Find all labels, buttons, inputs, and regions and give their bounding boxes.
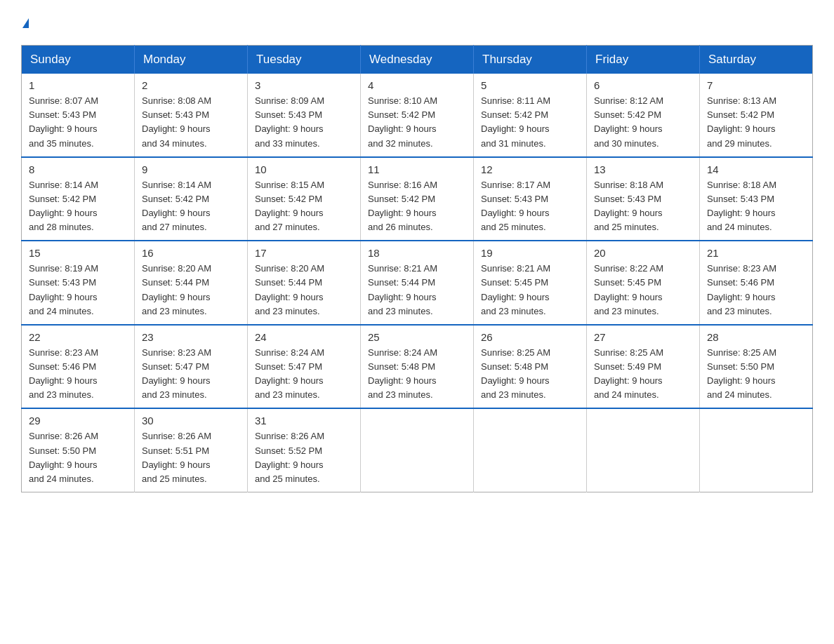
calendar-cell: 27 Sunrise: 8:25 AMSunset: 5:49 PMDaylig… — [587, 325, 700, 409]
calendar-cell — [587, 408, 700, 492]
calendar-cell: 30 Sunrise: 8:26 AMSunset: 5:51 PMDaylig… — [135, 408, 248, 492]
calendar-cell: 13 Sunrise: 8:18 AMSunset: 5:43 PMDaylig… — [587, 157, 700, 241]
day-info: Sunrise: 8:17 AMSunset: 5:43 PMDaylight:… — [481, 178, 579, 235]
calendar-cell: 15 Sunrise: 8:19 AMSunset: 5:43 PMDaylig… — [22, 241, 135, 325]
calendar-cell: 3 Sunrise: 8:09 AMSunset: 5:43 PMDayligh… — [248, 74, 361, 157]
day-info: Sunrise: 8:20 AMSunset: 5:44 PMDaylight:… — [142, 262, 240, 318]
day-info: Sunrise: 8:23 AMSunset: 5:46 PMDaylight:… — [29, 346, 127, 403]
calendar-cell: 26 Sunrise: 8:25 AMSunset: 5:48 PMDaylig… — [474, 325, 587, 409]
day-info: Sunrise: 8:10 AMSunset: 5:42 PMDaylight:… — [368, 94, 466, 151]
calendar-header-row: SundayMondayTuesdayWednesdayThursdayFrid… — [22, 46, 813, 74]
calendar-cell: 20 Sunrise: 8:22 AMSunset: 5:45 PMDaylig… — [587, 241, 700, 325]
day-number: 9 — [142, 163, 240, 175]
calendar-cell: 10 Sunrise: 8:15 AMSunset: 5:42 PMDaylig… — [248, 157, 361, 241]
day-info: Sunrise: 8:21 AMSunset: 5:45 PMDaylight:… — [481, 262, 579, 318]
day-number: 17 — [255, 247, 353, 259]
day-number: 25 — [368, 331, 466, 343]
calendar-header-thursday: Thursday — [474, 46, 587, 74]
calendar-cell: 7 Sunrise: 8:13 AMSunset: 5:42 PMDayligh… — [700, 74, 813, 157]
calendar-header-tuesday: Tuesday — [248, 46, 361, 74]
calendar-cell: 28 Sunrise: 8:25 AMSunset: 5:50 PMDaylig… — [700, 325, 813, 409]
day-info: Sunrise: 8:24 AMSunset: 5:48 PMDaylight:… — [368, 346, 466, 403]
calendar-week-row: 8 Sunrise: 8:14 AMSunset: 5:42 PMDayligh… — [22, 157, 813, 241]
calendar-cell: 9 Sunrise: 8:14 AMSunset: 5:42 PMDayligh… — [135, 157, 248, 241]
calendar-cell: 17 Sunrise: 8:20 AMSunset: 5:44 PMDaylig… — [248, 241, 361, 325]
calendar-cell: 4 Sunrise: 8:10 AMSunset: 5:42 PMDayligh… — [361, 74, 474, 157]
day-number: 5 — [481, 79, 579, 91]
calendar-header-sunday: Sunday — [22, 46, 135, 74]
calendar-week-row: 29 Sunrise: 8:26 AMSunset: 5:50 PMDaylig… — [22, 408, 813, 492]
day-number: 31 — [255, 415, 353, 427]
calendar-cell: 5 Sunrise: 8:11 AMSunset: 5:42 PMDayligh… — [474, 74, 587, 157]
day-number: 19 — [481, 247, 579, 259]
calendar-cell: 31 Sunrise: 8:26 AMSunset: 5:52 PMDaylig… — [248, 408, 361, 492]
day-number: 2 — [142, 79, 240, 91]
calendar-header-monday: Monday — [135, 46, 248, 74]
day-info: Sunrise: 8:26 AMSunset: 5:52 PMDaylight:… — [255, 429, 353, 486]
day-number: 20 — [594, 247, 692, 259]
calendar-cell — [700, 408, 813, 492]
page-header — [21, 14, 813, 31]
day-info: Sunrise: 8:07 AMSunset: 5:43 PMDaylight:… — [29, 94, 127, 151]
calendar-header-saturday: Saturday — [700, 46, 813, 74]
day-number: 26 — [481, 331, 579, 343]
calendar-week-row: 22 Sunrise: 8:23 AMSunset: 5:46 PMDaylig… — [22, 325, 813, 409]
calendar-cell: 22 Sunrise: 8:23 AMSunset: 5:46 PMDaylig… — [22, 325, 135, 409]
calendar-cell: 6 Sunrise: 8:12 AMSunset: 5:42 PMDayligh… — [587, 74, 700, 157]
day-info: Sunrise: 8:14 AMSunset: 5:42 PMDaylight:… — [142, 178, 240, 235]
logo-triangle-icon — [22, 18, 29, 28]
day-number: 1 — [29, 79, 127, 91]
calendar-table: SundayMondayTuesdayWednesdayThursdayFrid… — [21, 45, 813, 492]
calendar-cell: 11 Sunrise: 8:16 AMSunset: 5:42 PMDaylig… — [361, 157, 474, 241]
day-number: 4 — [368, 79, 466, 91]
calendar-cell: 23 Sunrise: 8:23 AMSunset: 5:47 PMDaylig… — [135, 325, 248, 409]
calendar-cell: 25 Sunrise: 8:24 AMSunset: 5:48 PMDaylig… — [361, 325, 474, 409]
day-info: Sunrise: 8:25 AMSunset: 5:48 PMDaylight:… — [481, 346, 579, 403]
day-number: 10 — [255, 163, 353, 175]
day-number: 16 — [142, 247, 240, 259]
day-info: Sunrise: 8:22 AMSunset: 5:45 PMDaylight:… — [594, 262, 692, 318]
day-info: Sunrise: 8:21 AMSunset: 5:44 PMDaylight:… — [368, 262, 466, 318]
day-number: 7 — [707, 79, 805, 91]
calendar-cell: 16 Sunrise: 8:20 AMSunset: 5:44 PMDaylig… — [135, 241, 248, 325]
calendar-cell: 29 Sunrise: 8:26 AMSunset: 5:50 PMDaylig… — [22, 408, 135, 492]
day-number: 23 — [142, 331, 240, 343]
day-number: 6 — [594, 79, 692, 91]
day-info: Sunrise: 8:11 AMSunset: 5:42 PMDaylight:… — [481, 94, 579, 151]
day-info: Sunrise: 8:12 AMSunset: 5:42 PMDaylight:… — [594, 94, 692, 151]
calendar-cell — [474, 408, 587, 492]
day-info: Sunrise: 8:08 AMSunset: 5:43 PMDaylight:… — [142, 94, 240, 151]
calendar-cell: 19 Sunrise: 8:21 AMSunset: 5:45 PMDaylig… — [474, 241, 587, 325]
day-info: Sunrise: 8:24 AMSunset: 5:47 PMDaylight:… — [255, 346, 353, 403]
calendar-cell: 14 Sunrise: 8:18 AMSunset: 5:43 PMDaylig… — [700, 157, 813, 241]
day-number: 21 — [707, 247, 805, 259]
day-number: 12 — [481, 163, 579, 175]
calendar-week-row: 1 Sunrise: 8:07 AMSunset: 5:43 PMDayligh… — [22, 74, 813, 157]
day-info: Sunrise: 8:19 AMSunset: 5:43 PMDaylight:… — [29, 262, 127, 318]
calendar-cell: 2 Sunrise: 8:08 AMSunset: 5:43 PMDayligh… — [135, 74, 248, 157]
calendar-cell: 8 Sunrise: 8:14 AMSunset: 5:42 PMDayligh… — [22, 157, 135, 241]
calendar-cell: 12 Sunrise: 8:17 AMSunset: 5:43 PMDaylig… — [474, 157, 587, 241]
calendar-cell: 1 Sunrise: 8:07 AMSunset: 5:43 PMDayligh… — [22, 74, 135, 157]
day-info: Sunrise: 8:18 AMSunset: 5:43 PMDaylight:… — [707, 178, 805, 235]
day-info: Sunrise: 8:09 AMSunset: 5:43 PMDaylight:… — [255, 94, 353, 151]
day-number: 18 — [368, 247, 466, 259]
day-number: 15 — [29, 247, 127, 259]
day-info: Sunrise: 8:25 AMSunset: 5:50 PMDaylight:… — [707, 346, 805, 403]
calendar-week-row: 15 Sunrise: 8:19 AMSunset: 5:43 PMDaylig… — [22, 241, 813, 325]
calendar-cell — [361, 408, 474, 492]
day-number: 11 — [368, 163, 466, 175]
day-info: Sunrise: 8:20 AMSunset: 5:44 PMDaylight:… — [255, 262, 353, 318]
day-number: 30 — [142, 415, 240, 427]
day-info: Sunrise: 8:26 AMSunset: 5:50 PMDaylight:… — [29, 429, 127, 486]
day-info: Sunrise: 8:18 AMSunset: 5:43 PMDaylight:… — [594, 178, 692, 235]
day-info: Sunrise: 8:16 AMSunset: 5:42 PMDaylight:… — [368, 178, 466, 235]
day-number: 8 — [29, 163, 127, 175]
day-number: 29 — [29, 415, 127, 427]
calendar-header-friday: Friday — [587, 46, 700, 74]
day-info: Sunrise: 8:26 AMSunset: 5:51 PMDaylight:… — [142, 429, 240, 486]
day-number: 13 — [594, 163, 692, 175]
day-number: 28 — [707, 331, 805, 343]
calendar-cell: 24 Sunrise: 8:24 AMSunset: 5:47 PMDaylig… — [248, 325, 361, 409]
day-info: Sunrise: 8:14 AMSunset: 5:42 PMDaylight:… — [29, 178, 127, 235]
